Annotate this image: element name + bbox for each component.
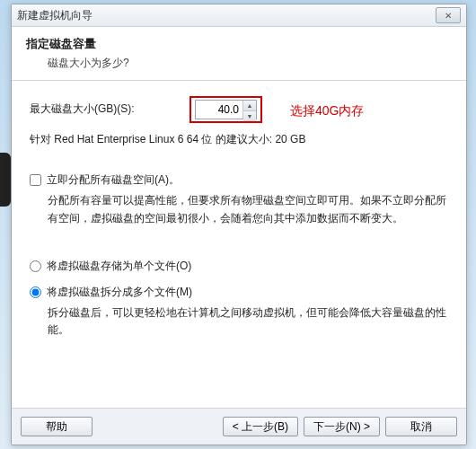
- wizard-footer: 帮助 < 上一步(B) 下一步(N) > 取消: [12, 408, 466, 445]
- allocate-now-label: 立即分配所有磁盘空间(A)。: [47, 172, 180, 189]
- back-button[interactable]: < 上一步(B): [223, 417, 298, 436]
- single-file-option[interactable]: 将虚拟磁盘存储为单个文件(O): [30, 258, 448, 275]
- next-button[interactable]: 下一步(N) >: [304, 417, 380, 436]
- disk-size-label: 最大磁盘大小(GB)(S):: [30, 101, 173, 118]
- close-icon: ✕: [445, 11, 452, 21]
- allocate-block: 立即分配所有磁盘空间(A)。 分配所有容量可以提高性能，但要求所有物理磁盘空间立…: [30, 172, 448, 227]
- close-button[interactable]: ✕: [436, 7, 461, 23]
- spin-down-icon[interactable]: ▼: [243, 111, 256, 121]
- allocate-now-checkbox[interactable]: [30, 174, 41, 186]
- multi-file-label: 将虚拟磁盘拆分成多个文件(M): [47, 284, 192, 301]
- cancel-button[interactable]: 取消: [385, 417, 457, 436]
- titlebar: 新建虚拟机向导 ✕: [12, 4, 466, 27]
- disk-size-input[interactable]: [196, 101, 242, 119]
- page-subtitle: 磁盘大小为多少?: [48, 56, 452, 71]
- help-button[interactable]: 帮助: [21, 417, 93, 436]
- multi-file-desc: 拆分磁盘后，可以更轻松地在计算机之间移动虚拟机，但可能会降低大容量磁盘的性能。: [48, 304, 448, 339]
- left-artifact: [0, 153, 11, 207]
- wizard-dialog: 新建虚拟机向导 ✕ 指定磁盘容量 磁盘大小为多少? 最大磁盘大小(GB)(S):…: [11, 4, 467, 445]
- allocate-desc: 分配所有容量可以提高性能，但要求所有物理磁盘空间立即可用。如果不立即分配所有空间…: [48, 192, 448, 226]
- multi-file-option[interactable]: 将虚拟磁盘拆分成多个文件(M): [30, 284, 448, 301]
- single-file-label: 将虚拟磁盘存储为单个文件(O): [47, 258, 191, 275]
- window-title: 新建虚拟机向导: [17, 8, 436, 23]
- storage-block: 将虚拟磁盘存储为单个文件(O) 将虚拟磁盘拆分成多个文件(M) 拆分磁盘后，可以…: [30, 258, 448, 339]
- annotation-text: 选择40G内存: [290, 101, 364, 120]
- single-file-radio[interactable]: [30, 260, 41, 272]
- spin-up-icon[interactable]: ▲: [243, 101, 256, 111]
- recommended-size-hint: 针对 Red Hat Enterprise Linux 6 64 位 的建议大小…: [30, 131, 448, 148]
- page-title: 指定磁盘容量: [26, 36, 452, 52]
- spinner-arrows: ▲ ▼: [242, 101, 256, 119]
- wizard-header: 指定磁盘容量 磁盘大小为多少?: [12, 27, 466, 81]
- multi-file-radio[interactable]: [30, 286, 41, 298]
- highlight-box: ▲ ▼: [190, 96, 262, 123]
- wizard-content: 最大磁盘大小(GB)(S): ▲ ▼ 选择40G内存 针对 Red Hat En…: [12, 81, 466, 408]
- disk-size-row: 最大磁盘大小(GB)(S): ▲ ▼ 选择40G内存: [30, 97, 448, 122]
- disk-size-spinner[interactable]: ▲ ▼: [195, 100, 257, 119]
- allocate-now-option[interactable]: 立即分配所有磁盘空间(A)。: [30, 172, 448, 189]
